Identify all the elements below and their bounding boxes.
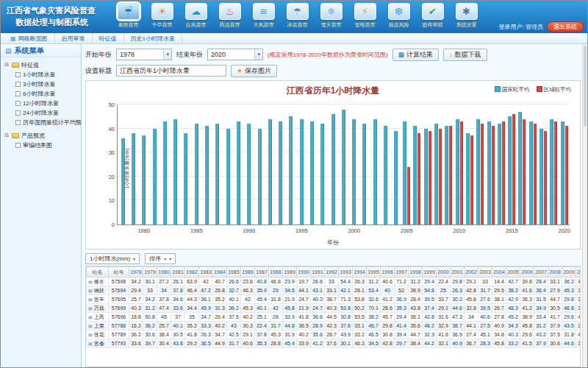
table-row-万载[interactable]: ▤万载5769940.331.247.433.634.445.931.336.2… — [87, 304, 581, 313]
value-cell: 41.6 — [437, 330, 451, 339]
table-row-铜鼓[interactable]: ▤铜鼓5769429.4333437.846.447.226.832.746.3… — [87, 286, 581, 295]
value-type-select[interactable]: 1小时降水(mm) ▾ — [85, 253, 140, 264]
国家站平均-bar-2004 — [394, 131, 398, 224]
区域站平均-bar-2010 — [460, 121, 463, 224]
app-title-line2: 数据处理与制图系统 — [7, 17, 112, 29]
tab-label: 网格断面图 — [18, 35, 48, 43]
value-cell: 22.4 — [255, 322, 269, 330]
checkbox[interactable] — [15, 120, 21, 125]
chart-title-input[interactable] — [116, 65, 226, 77]
tree-folder-产品预览[interactable]: ⊟产品预览 — [4, 130, 81, 141]
table-row-修水[interactable]: ▤修水5759834.230.127.226.163.94240.726.623… — [87, 277, 581, 286]
value-cell: 45.4 — [255, 295, 269, 304]
app-title-line1: 江西省气象灾害风险普查 — [7, 5, 112, 17]
expand-icon[interactable]: ⊟ — [4, 62, 10, 68]
value-cell: 46.4 — [185, 286, 199, 295]
table-row-上高[interactable]: ▤上高5769618.850.845373534.726.437.540.225… — [87, 313, 581, 322]
sidebar: ▤ 系统菜单 ⊟特征值1小时降水量3小时降水量6小时降水量12小时降水量24小时… — [1, 44, 82, 367]
data-download-button[interactable]: ↓ 数据下载 — [443, 49, 487, 61]
expand-icon[interactable]: ⊟ — [4, 132, 10, 138]
star-icon: ★ — [237, 67, 243, 74]
table-row-上栗[interactable]: ▤上栗5778616.236.225.740.135.233.340.24330… — [87, 322, 581, 330]
save-image-button[interactable]: ★ 保存图片 — [231, 65, 277, 77]
checkbox[interactable] — [15, 82, 21, 87]
value-cell: 30.6 — [548, 339, 562, 348]
tree-item-12小时降水量[interactable]: 12小时降水量 — [4, 99, 81, 108]
value-cell: 46.8 — [562, 304, 576, 313]
value-cell: 29.2 — [185, 339, 199, 348]
value-cell: 37.5 — [548, 330, 562, 339]
value-cell: 30.4 — [157, 339, 171, 348]
bar-group-2009 — [443, 105, 453, 224]
start-year-select[interactable]: 1978 ▾ — [116, 49, 172, 60]
tree-item-24小时降水量[interactable]: 24小时降水量 — [4, 108, 81, 118]
module-大风普查[interactable]: ≋大风普查 — [248, 3, 279, 29]
scrollbar-thumb[interactable] — [584, 46, 587, 127]
module-冰雹普查[interactable]: ☂冰雹普查 — [282, 3, 313, 29]
station-data-table-wrap[interactable]: 站名站号197819791980198119821983198419851986… — [85, 266, 581, 367]
value-cell: 34.2 — [129, 277, 143, 286]
tree-item-1小时降水量[interactable]: 1小时降水量 — [4, 70, 81, 79]
value-cell: 33.7 — [437, 295, 451, 304]
value-cell: 29.4 — [395, 313, 409, 322]
value-cell: 36.9 — [395, 295, 409, 304]
module-高温普查[interactable]: ♨高温普查 — [214, 3, 245, 29]
value-cell: 14.4 — [492, 277, 506, 286]
value-cell: 43 — [227, 322, 241, 330]
checkbox[interactable] — [15, 143, 21, 148]
calc-result-button[interactable]: ▦ 计算结果 — [392, 49, 440, 61]
bar-group-2007 — [423, 105, 433, 224]
logout-button[interactable]: 退出系统 — [547, 21, 584, 32]
国家站平均-bar-2020 — [561, 121, 564, 224]
module-label: 雷电普查 — [349, 21, 381, 29]
bar-group-2017 — [528, 105, 538, 224]
checkbox[interactable] — [15, 101, 21, 106]
value-cell: 37 — [171, 313, 185, 322]
tab-特征值[interactable]: 特征值 — [93, 33, 124, 43]
checkbox[interactable] — [15, 110, 21, 116]
table-row-宜丰[interactable]: ▤宜丰5769525.734.237.834.644.336.135.240.1… — [87, 295, 581, 304]
module-雷电普查[interactable]: ⚡雷电普查 — [349, 3, 381, 29]
tab-历史1小时降水量[interactable]: 历史1小时降水量 — [124, 33, 182, 43]
value-cell: 40 — [381, 286, 395, 295]
checkbox[interactable] — [15, 91, 21, 96]
save-image-label: 保存图片 — [245, 66, 271, 76]
module-干旱普查[interactable]: ☀干旱普查 — [146, 3, 178, 29]
user-area: 登录用户: 管理员 退出系统 — [499, 21, 584, 32]
value-cell: 34.7 — [213, 330, 227, 339]
module-图件审核[interactable]: ✔图件审核 — [417, 3, 448, 29]
tree-item-历年面雨量统计平均预览[interactable]: 历年面雨量统计平均预览 — [4, 118, 81, 127]
module-低温风险[interactable]: ❆低温风险 — [383, 3, 415, 29]
vertical-scrollbar[interactable] — [582, 44, 587, 367]
table-row-宜春[interactable]: ▤宜春5779333.639.730.443.829.236.544.931.7… — [87, 339, 581, 348]
end-year-value: 2020 — [211, 51, 226, 58]
tab-label: 历史1小时降水量 — [131, 35, 175, 43]
tree-item-审编结果图[interactable]: 审编结果图 — [4, 141, 81, 150]
module-台风普查[interactable]: ☁台风普查 — [180, 3, 212, 29]
module-系统设置[interactable]: ✱系统设置 — [451, 3, 482, 29]
value-cell: 27.8 — [492, 313, 506, 322]
tree-item-3小时降水量[interactable]: 3小时降水量 — [4, 79, 81, 89]
tab-启用审查[interactable]: 启用审查 — [55, 33, 93, 43]
module-雪灾普查[interactable]: ❄雪灾普查 — [315, 3, 347, 29]
module-暴雨普查[interactable]: ☔暴雨普查 — [112, 3, 144, 29]
checkbox[interactable] — [15, 72, 21, 77]
col-year-1998: 1998 — [409, 267, 423, 277]
tree-item-6小时降水量[interactable]: 6小时降水量 — [4, 89, 81, 99]
tree-folder-特征值[interactable]: ⊟特征值 — [4, 60, 81, 70]
value-cell: 16.2 — [129, 322, 143, 330]
value-cell: 29 — [269, 286, 283, 295]
value-cell: 42.8 — [423, 313, 437, 322]
station-id: 57694 — [109, 286, 129, 295]
sort-select[interactable]: 排序 ▾ ▾ — [145, 253, 176, 264]
value-cell: 36.9 — [451, 330, 465, 339]
区域站平均-bar-2018 — [544, 131, 547, 224]
value-cell: 37.5 — [227, 313, 241, 322]
国家站平均-bar-1982 — [163, 121, 167, 224]
区域站平均-bar-2019 — [554, 121, 557, 224]
table-row-莲花[interactable]: ▤莲花5778936.230.638.430.541.826.334.742.5… — [87, 330, 581, 339]
end-year-select[interactable]: 2020 ▾ — [207, 49, 263, 60]
tree-group-特征值: ⊟特征值1小时降水量3小时降水量6小时降水量12小时降水量24小时降水量历年面雨… — [1, 57, 81, 128]
tab-网格断面图[interactable]: ▦网格断面图 — [4, 33, 55, 43]
value-cell: 37.9 — [534, 339, 548, 348]
